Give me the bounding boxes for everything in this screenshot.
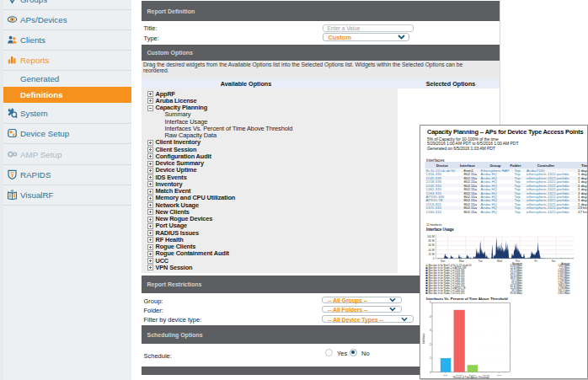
svg-text:ethersphere-1322-porfidio: ethersphere-1322-porfidio (527, 210, 569, 214)
svg-text:2.852 Mbps: 2.852 Mbps (558, 292, 570, 295)
svg-text:Mon: Mon (459, 260, 464, 263)
svg-text:Sat: Sat (552, 260, 556, 263)
svg-text:5: 5 (430, 301, 431, 304)
svg-text:100 M: 100 M (427, 235, 435, 238)
svg-text:20 M: 20 M (429, 253, 435, 256)
svg-text:Interfaces: Interfaces (422, 333, 425, 344)
svg-text:1: 1 (430, 356, 431, 360)
svg-text:Percent of Time Above Threshol: Percent of Time Above Threshold (453, 376, 489, 378)
svg-text:Max bps In for Radio 2 of 1153: Max bps In for Radio 2 of 1153-335 (429, 292, 465, 295)
svg-text:4: 4 (430, 315, 431, 318)
svg-text:60 M: 60 M (429, 244, 435, 247)
svg-text:3: 3 (430, 329, 431, 332)
svg-text:802.11a: 802.11a (464, 210, 478, 214)
svg-text:Controller: Controller (537, 163, 555, 168)
svg-text:Interface: Interface (460, 163, 476, 168)
svg-text:Sun: Sun (441, 260, 446, 263)
svg-text:Wed: Wed (497, 260, 503, 263)
svg-text:Group: Group (490, 163, 501, 168)
svg-text:Tue: Tue (478, 260, 482, 263)
svg-text:Top: Top (515, 210, 521, 214)
svg-text:Fri: Fri (534, 260, 537, 263)
svg-text:1260-315: 1260-315 (426, 210, 442, 214)
svg-text:Aruba HQ: Aruba HQ (481, 210, 498, 214)
svg-text:10%: 10% (443, 374, 448, 377)
svg-text:2: 2 (430, 343, 431, 346)
svg-text:0: 0 (430, 371, 431, 374)
svg-text:Folder: Folder (510, 163, 521, 168)
svg-text:17 hrs 30: 17 hrs 30 (578, 210, 587, 214)
svg-text:0: 0 (433, 257, 435, 260)
svg-text:80 M: 80 M (429, 239, 435, 243)
svg-text:40 M: 40 M (429, 249, 435, 252)
svg-text:90%: 90% (497, 374, 502, 377)
svg-text:Time: Time (581, 163, 587, 168)
svg-text:85.96 Mbps: 85.96 Mbps (510, 292, 523, 295)
svg-text:Device: Device (436, 163, 448, 168)
